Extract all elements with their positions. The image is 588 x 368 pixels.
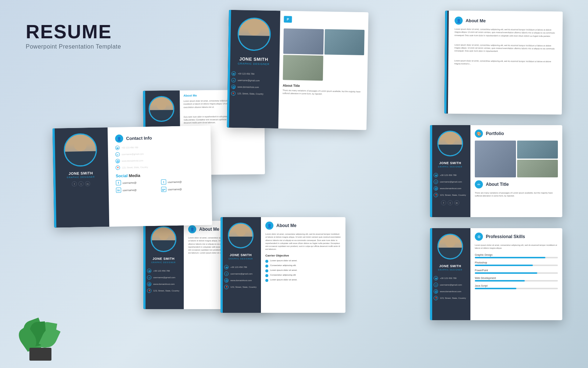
about-me-text: Lorem dolor sit amet, consectetur adipis…	[265, 233, 341, 251]
skills-name: JONE SMITH	[439, 264, 461, 268]
linkedin-item-icon: in	[116, 188, 121, 193]
about-body-text: There are many variations of passages of…	[283, 89, 363, 96]
email-item: ✉ username@gmail.com	[115, 151, 204, 157]
pr-phone-icon: ☎	[434, 173, 438, 177]
social-icons: f t in	[72, 181, 90, 187]
main-web-icon: 🌐	[231, 85, 236, 89]
about-title-body: There are many variations of passages of…	[475, 191, 558, 198]
web-icon: 🌐	[115, 159, 120, 163]
portfolio-icon: 🎨	[475, 130, 483, 138]
skills-avatar	[437, 234, 463, 259]
about-title-label: About Title	[283, 84, 363, 89]
facebook-social: f username@	[116, 180, 159, 185]
main-person-name: JONE SMITH	[239, 56, 268, 62]
card-content: 👤 Contact Info ☎ +00 123 456 789 ✉ usern…	[108, 125, 212, 227]
pr-social: f t in	[441, 200, 459, 205]
about-title-text: About Title	[486, 182, 509, 187]
skills-list: Graphic Design Photoshop PowerPoint Web …	[475, 254, 558, 289]
bl-email-icon: ✉	[147, 275, 151, 280]
about-card: 👤 About Me Lorem ipsum dolor sit amet, c…	[444, 11, 563, 115]
skill-label: Photoshop	[475, 261, 558, 264]
skill-bar-bg	[475, 288, 558, 289]
main-email: ✉ username@gmail.com	[231, 78, 275, 83]
c-addr-icon: 📍	[224, 285, 229, 289]
main-address: 📍 123, Street, State, Country	[231, 91, 275, 96]
portfolio-title: Portfolio	[486, 131, 504, 136]
skill-item: Graphic Design	[475, 254, 558, 258]
google-item-icon: g+	[161, 187, 166, 192]
s-web-icon: 🌐	[434, 289, 438, 294]
about-title-icon: ✏	[475, 180, 483, 188]
linkedin-social: in username@	[116, 187, 159, 193]
skill-bar-bg	[475, 265, 558, 266]
main-profile-card: JONE SMITH GRAPHIC DESIGNER ☎ +00 123 45…	[227, 10, 369, 130]
about-icon: 👤	[455, 17, 463, 25]
main-sidebar: JONE SMITH GRAPHIC DESIGNER ☎ +00 123 45…	[227, 10, 280, 128]
pr-addr-icon: 📍	[434, 193, 438, 197]
main-portfolio-grid	[283, 28, 365, 81]
skill-bar-fill	[475, 288, 516, 289]
main-phone: ☎ +00 123 456 789	[232, 71, 276, 77]
about-text-2: Lorem ipsum dolor sit amet, consectetur …	[454, 43, 556, 53]
portfolio-heading: 🎨 Portfolio	[475, 130, 558, 138]
pr-job: GRAPHIC DESIGNER	[438, 166, 462, 168]
pr-email-icon: ✉	[434, 180, 438, 184]
bl-job: GRAPHIC DESIGNER	[151, 261, 176, 263]
skill-bar-bg	[475, 272, 558, 274]
pr-name: JONE SMITH	[439, 161, 461, 165]
avatar	[64, 133, 97, 167]
skill-bar-fill	[475, 280, 525, 282]
skill-bar-bg	[475, 257, 558, 258]
about-heading: 👤 About Me	[455, 17, 557, 25]
email-icon: ✉	[115, 152, 120, 157]
address-item: 📍 123, Street, State, Country	[115, 164, 204, 170]
person-name: JONE SMITH	[69, 171, 93, 176]
skills-job: GRAPHIC DESIGNER	[438, 269, 462, 271]
bullet-4	[265, 274, 268, 277]
about-me-title: About Me	[276, 223, 297, 228]
pr-li-icon: in	[454, 200, 459, 205]
google-social: g+ username@	[161, 186, 204, 192]
skill-item: Web Development	[475, 277, 558, 282]
about-text-1: Lorem ipsum dolor sit amet, consectetur …	[455, 28, 557, 38]
career-job: GRAPHIC DESIGNER	[229, 258, 253, 260]
c-phone-icon: ☎	[224, 265, 229, 269]
skills-desc: Lorem ipsum dolor sit amet, consectetur …	[475, 244, 558, 250]
portfolio-right-card: JONE SMITH GRAPHIC DESIGNER ☎+00 123 456…	[430, 125, 562, 217]
section-heading: 👤 Contact Info	[115, 133, 203, 143]
pr-content: 🎨 Portfolio ✏ About Title There are many…	[470, 125, 562, 217]
skill-label: Java Script	[475, 284, 558, 287]
career-avatar	[228, 223, 254, 248]
skills-heading: ⚙ Professional Skills	[475, 233, 558, 241]
skill-bar-fill	[475, 257, 545, 258]
main-email-icon: ✉	[231, 78, 236, 82]
portfolio-avatar	[148, 96, 175, 122]
about-title-heading: ✏ About Title	[475, 180, 558, 188]
bl-web-icon: 🌐	[147, 282, 151, 286]
career-card: JONE SMITH GRAPHIC DESIGNER ☎+00 123 456…	[220, 217, 345, 313]
career-sidebar: JONE SMITH GRAPHIC DESIGNER ☎+00 123 456…	[220, 217, 261, 313]
twitter-item-icon: t	[161, 179, 166, 184]
skill-item: Java Script	[475, 284, 558, 289]
skills-icon: ⚙	[475, 233, 483, 241]
main-content: P About Title There are many variations …	[278, 11, 369, 130]
career-content: 👤 About Me Lorem dolor sit amet, consect…	[261, 217, 345, 313]
main-avatar	[237, 17, 271, 51]
s-addr-icon: 📍	[434, 296, 438, 300]
skill-bar-bg	[475, 280, 558, 282]
skills-title: Professional Skills	[486, 234, 525, 239]
pr-tw-icon: t	[448, 200, 453, 205]
carrier-heading: Carrier Objective	[265, 254, 341, 257]
skills-sidebar: JONE SMITH GRAPHIC DESIGNER ☎+00 123 456…	[430, 228, 470, 320]
skill-bar-fill	[475, 265, 533, 266]
about-me-icon: 👤	[265, 222, 273, 230]
s-email-icon: ✉	[434, 283, 438, 287]
about-me-heading: 👤 About Me	[265, 222, 341, 230]
about-section-title: About Me	[466, 18, 486, 23]
main-location-icon: 📍	[231, 91, 236, 96]
card-sidebar: JONE SMITH GRAPHIC DESIGNER f t in	[53, 127, 110, 228]
facebook-icon: f	[72, 181, 77, 187]
bullet-3	[265, 269, 268, 272]
website-item: 🌐 www.domainhost.com	[115, 158, 204, 163]
career-name: JONE SMITH	[230, 253, 252, 257]
